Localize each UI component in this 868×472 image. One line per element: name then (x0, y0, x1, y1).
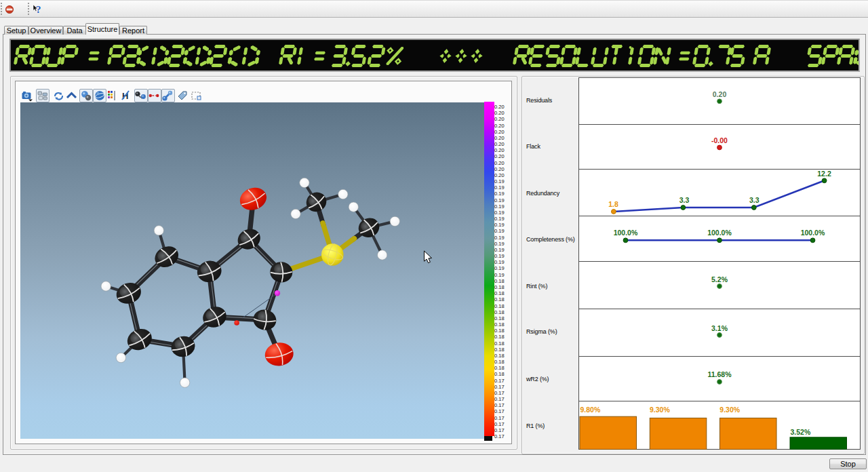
svg-text:3.3: 3.3 (679, 196, 690, 204)
svg-text:3.1%: 3.1% (711, 324, 728, 332)
svg-text:5.2%: 5.2% (711, 275, 728, 283)
svg-text:100.0%: 100.0% (801, 229, 825, 237)
svg-text:100.0%: 100.0% (614, 229, 638, 237)
svg-text:-0.00: -0.00 (711, 136, 728, 144)
svg-text:1.8: 1.8 (608, 200, 618, 208)
svg-text:?: ? (36, 4, 41, 15)
svg-text:9.30%: 9.30% (719, 406, 740, 414)
svg-text:9.30%: 9.30% (650, 406, 670, 414)
svg-text:11.68%: 11.68% (707, 370, 732, 378)
svg-text:12.2: 12.2 (817, 170, 831, 178)
svg-text:100.0%: 100.0% (707, 229, 732, 237)
svg-text:3.3: 3.3 (749, 196, 760, 204)
svg-text:0.20: 0.20 (713, 90, 727, 98)
svg-text:9.80%: 9.80% (580, 406, 601, 414)
svg-text:3.52%: 3.52% (791, 428, 811, 436)
